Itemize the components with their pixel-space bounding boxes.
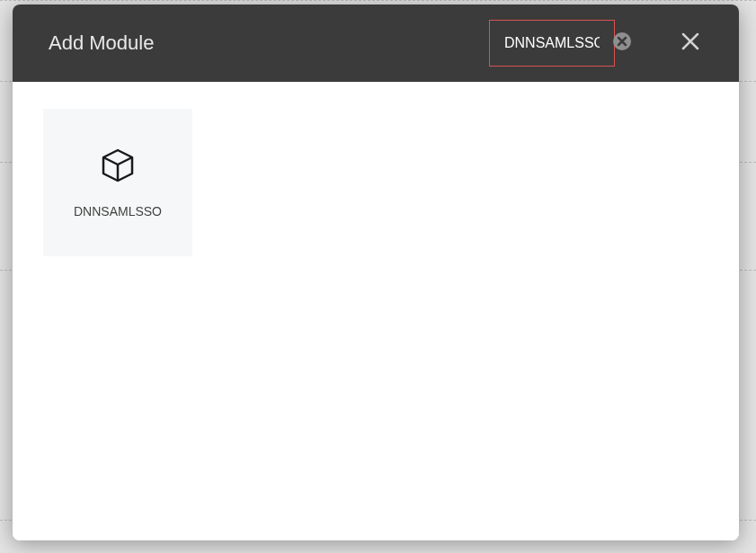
add-module-dialog: Add Module bbox=[13, 4, 739, 540]
dialog-header: Add Module bbox=[13, 4, 739, 82]
close-dialog-button[interactable] bbox=[680, 32, 701, 54]
clear-icon bbox=[612, 31, 632, 55]
module-search-input[interactable] bbox=[489, 20, 615, 67]
cube-icon bbox=[99, 147, 137, 184]
dialog-body: DNNSAMLSSO bbox=[13, 82, 739, 540]
dialog-title: Add Module bbox=[49, 31, 154, 55]
module-card[interactable]: DNNSAMLSSO bbox=[43, 109, 192, 256]
close-icon bbox=[681, 32, 699, 54]
clear-search-button[interactable] bbox=[611, 32, 633, 54]
module-card-label: DNNSAMLSSO bbox=[74, 204, 162, 219]
